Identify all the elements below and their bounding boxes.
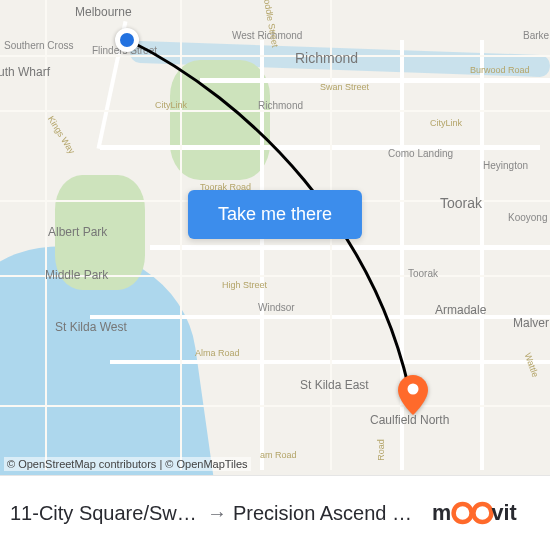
label-como-landing: Como Landing (388, 148, 453, 159)
label-citylink1: CityLink (155, 100, 187, 110)
label-kings-way: Kings Way (46, 114, 77, 156)
footer-to: Precision Ascend Reh… (233, 502, 424, 525)
svg-point-0 (408, 384, 419, 395)
road (0, 55, 550, 57)
label-st-kilda-east: St Kilda East (300, 378, 369, 392)
destination-marker[interactable] (398, 375, 428, 415)
label-toorak: Toorak (440, 195, 482, 211)
road (180, 0, 182, 470)
label-swan-street: Swan Street (320, 82, 369, 92)
label-albert-park: Albert Park (48, 225, 107, 239)
label-middle-park: Middle Park (45, 268, 108, 282)
map[interactable]: Melbourne Richmond Toorak Albert Park Mi… (0, 0, 550, 475)
road (150, 245, 550, 250)
label-am-road: am Road (260, 450, 297, 460)
origin-marker[interactable] (115, 28, 139, 52)
take-me-there-button[interactable]: Take me there (188, 190, 362, 239)
label-heyington: Heyington (483, 160, 528, 171)
label-burwood-road: Burwood Road (470, 65, 530, 75)
label-alma-road: Alma Road (195, 348, 240, 358)
label-malvern: Malver (513, 316, 549, 330)
arrow-right-icon: → (201, 502, 233, 525)
label-richmond: Richmond (295, 50, 358, 66)
footer-from: 11-City Square/Swanston … (10, 502, 201, 525)
label-kooyong: Kooyong (508, 212, 547, 223)
label-wattle: Wattle (523, 351, 541, 378)
svg-point-3 (473, 504, 491, 522)
road (100, 145, 540, 150)
label-st-kilda-west: St Kilda West (55, 320, 127, 334)
label-high-street: High Street (222, 280, 267, 290)
road (0, 405, 550, 407)
label-richmond-stn: Richmond (258, 100, 303, 111)
map-attribution: © OpenStreetMap contributors | © OpenMap… (4, 457, 251, 471)
road (200, 78, 550, 83)
label-road: Road (376, 439, 386, 461)
svg-point-2 (454, 504, 472, 522)
label-southern-cross: Southern Cross (4, 40, 73, 51)
svg-text:m: m (432, 500, 451, 525)
label-windsor: Windsor (258, 302, 295, 313)
label-barke: Barke (523, 30, 549, 41)
footer: 11-City Square/Swanston … → Precision As… (0, 475, 550, 550)
svg-text:vit: vit (491, 500, 516, 525)
label-armadale: Armadale (435, 303, 486, 317)
label-melbourne: Melbourne (75, 5, 132, 19)
label-citylink2: CityLink (430, 118, 462, 128)
moovit-logo[interactable]: m vit (432, 495, 540, 531)
label-toorak-stn: Toorak (408, 268, 438, 279)
label-caulfield-north: Caulfield North (370, 413, 449, 427)
label-south-wharf: uth Wharf (0, 65, 50, 79)
